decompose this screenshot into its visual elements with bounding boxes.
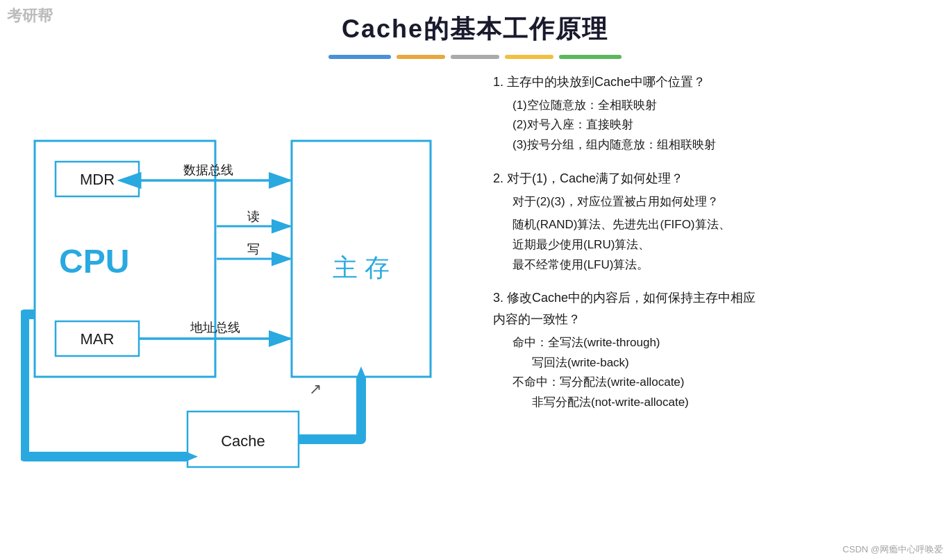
q1-sub3: (3)按号分组，组内随意放：组相联映射	[493, 135, 929, 155]
write-label: 写	[247, 242, 260, 256]
addr-bus-label: 地址总线	[190, 321, 240, 334]
q3-title: 3. 修改Cache中的内容后，如何保持主存中相应内容的一致性？	[493, 287, 929, 330]
main-content: CPU MDR MAR 主 存 数据总线 读 写 地址总线	[0, 71, 950, 516]
diagram-area: CPU MDR MAR 主 存 数据总线 读 写 地址总线	[21, 71, 465, 516]
q1-sub1: (1)空位随意放：全相联映射	[493, 96, 929, 116]
mdr-label: MDR	[80, 171, 115, 188]
question-2: 2. 对于(1)，Cache满了如何处理？ 对于(2)(3)，对应位置被占用如何…	[493, 168, 929, 275]
mar-label: MAR	[81, 330, 115, 348]
diagram-svg: CPU MDR MAR 主 存 数据总线 读 写 地址总线	[21, 71, 458, 502]
color-seg-5	[559, 55, 622, 59]
cache-label: Cache	[221, 432, 265, 450]
page-title: Cache的基本工作原理	[0, 0, 950, 46]
data-bus-label: 数据总线	[183, 163, 233, 177]
color-bar	[0, 55, 950, 59]
q3-hit2: 写回法(write-back)	[493, 353, 929, 373]
q1-title: 1. 主存中的块放到Cache中哪个位置？	[493, 71, 929, 93]
q3-miss2: 非写分配法(not-write-allocate)	[493, 393, 929, 413]
watermark-bottom-right: CSDN @网瘾中心呼唤爱	[842, 543, 943, 556]
title-text: Cache的基本工作原理	[342, 15, 608, 43]
q2-sub: 对于(2)(3)，对应位置被占用如何处理？	[493, 192, 929, 212]
cpu-label: CPU	[59, 243, 129, 280]
read-label: 读	[247, 210, 260, 223]
q2-title: 2. 对于(1)，Cache满了如何处理？	[493, 168, 929, 189]
question-3: 3. 修改Cache中的内容后，如何保持主存中相应内容的一致性？ 命中：全写法(…	[493, 287, 929, 413]
q3-miss1: 不命中：写分配法(write-allocate)	[493, 373, 929, 393]
q1-sub2: (2)对号入座：直接映射	[493, 115, 929, 135]
text-area: 1. 主存中的块放到Cache中哪个位置？ (1)空位随意放：全相联映射 (2)…	[479, 71, 929, 516]
q2-detail: 随机(RAND)算法、先进先出(FIFO)算法、 近期最少使用(LRU)算法、 …	[493, 215, 929, 275]
svg-text:↗: ↗	[309, 380, 322, 398]
color-seg-4	[505, 55, 553, 59]
watermark-top-left: 考研帮	[7, 6, 53, 26]
color-seg-1	[328, 55, 391, 59]
main-mem-label: 主 存	[333, 253, 390, 282]
color-seg-2	[397, 55, 445, 59]
color-seg-3	[451, 55, 499, 59]
q3-hit1: 命中：全写法(write-through)	[493, 333, 929, 353]
question-1: 1. 主存中的块放到Cache中哪个位置？ (1)空位随意放：全相联映射 (2)…	[493, 71, 929, 155]
